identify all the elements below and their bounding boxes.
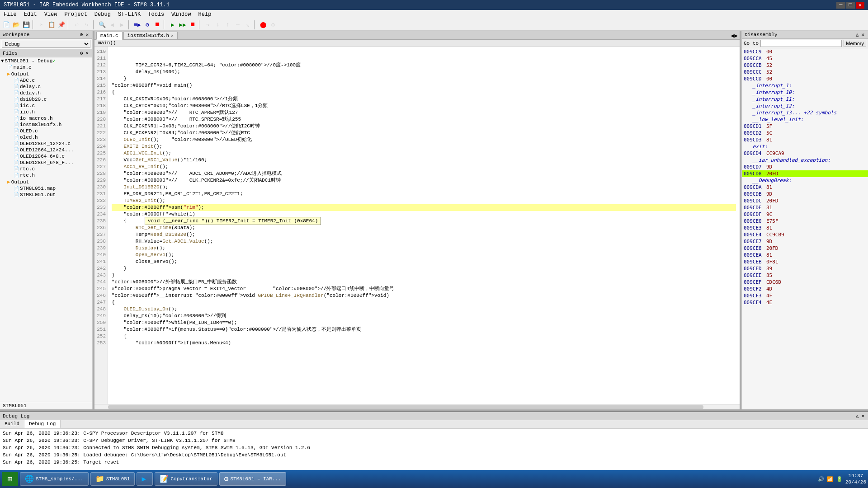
disasm-row-6[interactable]: _interrupt_10: — [742, 89, 868, 96]
disasm-row-37[interactable]: 009CF4 4E — [742, 299, 868, 306]
menu-help[interactable]: Help — [195, 10, 215, 19]
menu-tools[interactable]: Tools — [144, 10, 168, 19]
disasm-row-16[interactable]: __iar_unhandled_exception: — [742, 157, 868, 164]
menu-window[interactable]: Window — [168, 10, 194, 19]
log-expand-icon[interactable]: △ — [855, 413, 860, 419]
disasm-row-35[interactable]: 009CF2 4D — [742, 286, 868, 292]
taskbar-explorer[interactable]: 📁 STM8L051 — [90, 472, 135, 486]
code-line-210[interactable]: TIM2_CCR2H=6,TIM2_CCR2L=64; "color:#0080… — [112, 62, 736, 69]
disasm-row-4[interactable]: 009CCD 00 — [742, 75, 868, 82]
disasm-row-12[interactable]: 009CD2 5C — [742, 130, 868, 136]
tree-item-8[interactable]: 📄 iic.h — [0, 109, 92, 115]
code-line-241[interactable]: } — [112, 265, 736, 272]
code-line-211[interactable]: delay_ms(1000); — [112, 69, 736, 75]
taskbar-translator[interactable]: 📝 Copytranslator — [155, 472, 217, 486]
tb-debug-stop[interactable]: ⏹ — [188, 20, 197, 29]
code-line-212[interactable]: } — [112, 75, 736, 82]
tree-item-19[interactable]: ▶ Output — [0, 178, 92, 185]
disasm-row-21[interactable]: 009CDB 9D — [742, 191, 868, 197]
code-line-217[interactable]: CLK_CRTCR=0x10;"color:#008000">//RTC选择LS… — [112, 103, 736, 109]
code-line-215[interactable]: { — [112, 89, 736, 96]
disasm-row-29[interactable]: 009CE8 20FD — [742, 245, 868, 252]
start-button[interactable]: ⊞ — [2, 472, 18, 486]
tree-item-13[interactable]: 📄 OLED12864_12×24.c — [0, 141, 92, 147]
disasm-row-1[interactable]: 009CCA 45 — [742, 55, 868, 62]
code-line-222[interactable]: OLED_Init(); "color:#008000">//OLED初始化 — [112, 136, 736, 143]
disasm-row-9[interactable]: _interrupt_13... +22 symbols — [742, 109, 868, 116]
log-close-icon[interactable]: ✕ — [860, 413, 865, 419]
tree-item-6[interactable]: 📄 ds18b20.c — [0, 96, 92, 103]
tab-header-close[interactable]: ✕ — [171, 33, 174, 38]
tb-step-over[interactable]: ↷ — [203, 20, 212, 29]
disasm-row-17[interactable]: 009CD7 9D — [742, 164, 868, 170]
code-line-225[interactable]: Vcc=Get_ADC1_Value()*11/100; — [112, 157, 736, 164]
menu-debug[interactable]: Debug — [91, 10, 114, 19]
disasm-expand-icon[interactable]: △ — [855, 32, 860, 38]
log-tab-debuglog[interactable]: Debug Log — [24, 420, 61, 428]
code-line-226[interactable]: ADC1_RH_Init(); — [112, 164, 736, 170]
code-line-252[interactable]: { — [112, 333, 736, 340]
code-line-220[interactable]: CLK_PCKENR1|=0x08;"color:#008000">//使能I2… — [112, 123, 736, 130]
disassembly-content[interactable]: 009CC9 00009CCA 45009CCB 52009CCC 52009C… — [742, 48, 868, 409]
code-line-229[interactable]: Init_DS18B20(); — [112, 184, 736, 191]
code-line-250[interactable]: "color:#0000ff">while(PB_IDR_IDR4==0); — [112, 319, 736, 326]
debug-config-dropdown[interactable]: Debug — [2, 40, 90, 48]
disasm-row-19[interactable]: __DebugBreak: — [742, 177, 868, 184]
code-line-246[interactable]: "color:#0000ff">__interrupt "color:#0000… — [112, 292, 736, 299]
disasm-close-icon[interactable]: ✕ — [860, 32, 865, 38]
tb-save[interactable]: 💾 — [22, 20, 31, 29]
tb-cut[interactable]: ✂ — [37, 20, 46, 29]
tree-item-14[interactable]: 📄 OLED12864_12×24... — [0, 147, 92, 153]
title-controls[interactable]: ─ □ ✕ — [836, 2, 864, 9]
tree-item-17[interactable]: 📄 rtc.c — [0, 166, 92, 172]
tree-item-7[interactable]: 📄 iic.c — [0, 103, 92, 109]
disasm-row-36[interactable]: 009CF3 4F — [742, 292, 868, 299]
code-line-245[interactable]: #"color:#0000ff">pragma vector = EXIT4_v… — [112, 286, 736, 292]
h-scrollbar-track[interactable] — [108, 405, 703, 409]
taskbar-media[interactable]: ▶ — [137, 472, 153, 486]
disasm-row-30[interactable]: 009CEA 81 — [742, 252, 868, 258]
ws-settings-icon[interactable]: ⚙ — [79, 32, 84, 38]
tree-item-9[interactable]: 📄 io_macros.h — [0, 115, 92, 122]
code-line-239[interactable]: Open_Servo(); — [112, 252, 736, 258]
tb-find[interactable]: 🔍 — [98, 20, 107, 29]
code-line-218[interactable]: "color:#008000">// RTC_APRER=默认127 — [112, 109, 736, 116]
disasm-row-5[interactable]: _interrupt_1: — [742, 82, 868, 89]
tree-item-16[interactable]: 📄 OLED12864_6×8_F... — [0, 160, 92, 166]
h-scrollbar[interactable] — [94, 404, 740, 409]
code-content[interactable]: TIM2_CCR2H=6,TIM2_CCR2L=64; "color:#0080… — [108, 47, 740, 404]
code-line-240[interactable]: close_Servo(); — [112, 258, 736, 265]
disasm-row-24[interactable]: 009CDF 9C — [742, 211, 868, 218]
tb-search-next[interactable]: ▶ — [118, 20, 127, 29]
menu-file[interactable]: File — [0, 10, 20, 19]
code-line-227[interactable]: "color:#008000">// ADC1_CR1_ADON=0;//ADC… — [112, 170, 736, 177]
disasm-row-26[interactable]: 009CE3 81 — [742, 225, 868, 231]
tree-item-3[interactable]: 📄 ADC.c — [0, 77, 92, 84]
tree-item-20[interactable]: 📄 STM8L051.map — [0, 185, 92, 192]
tree-item-12[interactable]: 📄 oled.h — [0, 134, 92, 141]
code-line-248[interactable]: OLED_Display_On(); — [112, 306, 736, 313]
tree-item-0[interactable]: ▼ STM8L051 - Debug ✓ — [0, 57, 92, 64]
tb-bp-settings[interactable]: ⚙ — [269, 20, 278, 29]
code-line-238[interactable]: Display(); — [112, 245, 736, 252]
tree-item-11[interactable]: 📄 OLED.c — [0, 128, 92, 134]
maximize-btn[interactable]: □ — [846, 2, 855, 9]
tb-search-prev[interactable]: ◀ — [108, 20, 117, 29]
disasm-row-34[interactable]: 009CEF CDC6D — [742, 279, 868, 286]
code-line-230[interactable]: PB_DDR_DDR2=1,PB_CR1_C12=1,PB_CR2_C22=1; — [112, 191, 736, 197]
files-settings-icon[interactable]: ⚙ — [79, 50, 84, 56]
disasm-row-27[interactable]: 009CE4 CC9CB9 — [742, 231, 868, 238]
tb-debug-play[interactable]: ▶▶ — [178, 20, 187, 29]
tb-redo[interactable]: ↪ — [82, 20, 91, 29]
disasm-row-20[interactable]: 009CDA 81 — [742, 184, 868, 191]
tree-item-5[interactable]: 📄 delay.h — [0, 90, 92, 96]
menu-view[interactable]: View — [41, 10, 61, 19]
code-line-249[interactable]: delay_ms(10);"color:#008000">//得到 — [112, 313, 736, 319]
tree-item-2[interactable]: ▶ Output — [0, 70, 92, 77]
tb-paste[interactable]: 📌 — [57, 20, 66, 29]
disasm-row-23[interactable]: 009CDE 81 — [742, 204, 868, 211]
disasm-row-13[interactable]: 009CD3 81 — [742, 136, 868, 143]
disasm-row-25[interactable]: 009CE0 E75F — [742, 218, 868, 225]
tb-next-stmt[interactable]: → — [233, 20, 242, 29]
taskbar-browser[interactable]: 🌐 STM8_samples/... — [20, 472, 89, 486]
